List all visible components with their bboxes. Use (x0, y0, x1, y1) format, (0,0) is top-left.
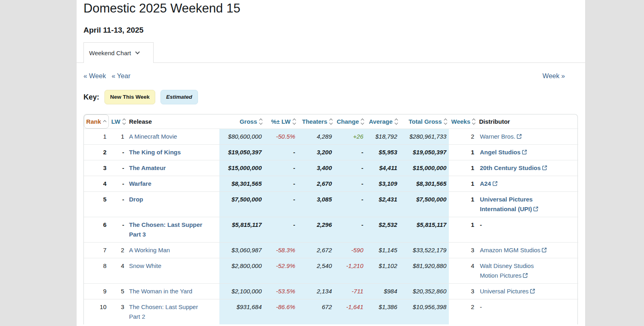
sort-icon (260, 119, 262, 124)
cell-theaters: 3,085 (298, 192, 334, 217)
cell-release: The Chosen: Last Supper Part 3 (127, 217, 219, 243)
cell-rank: 8 (84, 258, 109, 284)
cell-change: +26 (334, 129, 366, 145)
next-week-link[interactable]: Week » (542, 71, 565, 81)
cell-lw: - (109, 192, 127, 217)
cell-pct-lw: - (264, 145, 298, 160)
release-link[interactable]: A Minecraft Movie (129, 132, 177, 141)
release-link[interactable]: Warfare (129, 179, 151, 189)
cell-weeks: 1 (449, 145, 477, 160)
release-link[interactable]: Snow White (129, 261, 161, 271)
sort-header-theaters[interactable]: Theaters (302, 118, 332, 125)
cell-theaters: 3,400 (298, 160, 334, 176)
cell-release: Warfare (127, 176, 219, 192)
column-header-distributor: Distributor (479, 118, 510, 125)
prev-week-link[interactable]: « Week (83, 71, 106, 81)
chart-type-label: Weekend Chart (89, 50, 131, 56)
release-link[interactable]: A Working Man (129, 245, 170, 255)
external-link-icon (530, 289, 535, 294)
cell-average: $2,532 (366, 217, 400, 243)
distributor-link[interactable]: Universal Pictures (480, 288, 535, 295)
sort-header-rank[interactable]: Rank (84, 114, 109, 129)
cell-total-gross: $19,050,397 (400, 145, 449, 160)
distributor-link[interactable]: Universal Pictures International (UPI) (480, 196, 538, 212)
cell-release: Drop (127, 192, 219, 217)
release-link[interactable]: The Amateur (129, 163, 166, 173)
cell-theaters: 2,672 (298, 243, 334, 258)
cell-weeks: 1 (449, 192, 477, 217)
table-row: 9 5 The Woman in the Yard $2,100,000 -53… (84, 284, 578, 299)
cell-rank: 2 (84, 145, 109, 160)
sort-header-weeks[interactable]: Weeks (451, 118, 475, 125)
release-link[interactable]: Drop (129, 195, 143, 204)
cell-rank: 7 (84, 243, 109, 258)
cell-pct-lw: - (264, 176, 298, 192)
cell-weeks: 2 (449, 299, 477, 325)
cell-gross: $19,050,397 (219, 145, 264, 160)
sort-header-gross[interactable]: Gross (240, 118, 262, 125)
sort-header-lw[interactable]: LW (111, 118, 125, 125)
cell-rank: 9 (84, 284, 109, 299)
distributor-link[interactable]: Amazon MGM Studios (480, 247, 547, 253)
cell-lw: 1 (109, 129, 127, 145)
prev-year-link[interactable]: « Year (112, 71, 131, 81)
cell-lw: - (109, 160, 127, 176)
sort-header-pct-lw[interactable]: %± LW (271, 118, 295, 125)
release-link[interactable]: The Chosen: Last Supper Part 3 (129, 220, 210, 239)
cell-average: $5,953 (366, 145, 400, 160)
cell-change: -590 (334, 243, 366, 258)
cell-rank: 5 (84, 192, 109, 217)
cell-pct-lw: -50.5% (264, 129, 298, 145)
cell-weeks: 1 (449, 217, 477, 243)
cell-total-gross: $20,352,860 (400, 284, 449, 299)
distributor-none: - (480, 303, 482, 310)
sort-icon (330, 119, 332, 124)
external-link-icon (533, 206, 538, 212)
table-row: 10 3 The Chosen: Last Supper Part 2 $931… (84, 299, 578, 325)
distributor-link[interactable]: 20th Century Studios (480, 164, 547, 171)
weekend-nav: « Week « Year Week » (77, 71, 585, 81)
cell-theaters: 2,134 (298, 284, 334, 299)
cell-average: $3,109 (366, 176, 400, 192)
cell-weeks: 4 (449, 258, 477, 284)
cell-distributor: 20th Century Studios (477, 160, 578, 176)
sort-icon (395, 119, 398, 124)
cell-gross: $15,000,000 (219, 160, 264, 176)
date-range: April 11-13, 2025 (83, 25, 585, 35)
sort-header-change[interactable]: Change (337, 118, 364, 125)
cell-distributor: Universal Pictures International (UPI) (477, 192, 578, 217)
cell-change: - (334, 192, 366, 217)
cell-pct-lw: -58.3% (264, 243, 298, 258)
chart-type-dropdown[interactable]: Weekend Chart (83, 42, 154, 63)
cell-pct-lw: -53.5% (264, 284, 298, 299)
distributor-link[interactable]: A24 (480, 180, 498, 187)
cell-gross: $2,800,000 (219, 258, 264, 284)
release-link[interactable]: The Chosen: Last Supper Part 2 (129, 302, 210, 322)
distributor-link[interactable]: Angel Studios (480, 149, 527, 156)
cell-lw: 3 (109, 299, 127, 325)
release-link[interactable]: The Woman in the Yard (129, 287, 192, 296)
sort-icon (361, 119, 364, 124)
cell-release: The King of Kings (127, 145, 219, 160)
sort-header-total-gross[interactable]: Total Gross (408, 118, 446, 125)
cell-change: - (334, 145, 366, 160)
table-row: 8 4 Snow White $2,800,000 -52.9% 2,540 -… (84, 258, 578, 284)
cell-theaters: 2,670 (298, 176, 334, 192)
distributor-link[interactable]: Walt Disney Studios Motion Pictures (480, 262, 534, 279)
sort-header-average[interactable]: Average (369, 118, 397, 125)
external-link-icon (523, 273, 528, 278)
release-link[interactable]: The King of Kings (129, 147, 181, 157)
page-title: Domestic 2025 Weekend 15 (83, 0, 585, 17)
chart-selector-bar: Weekend Chart (77, 42, 585, 63)
sort-icon (473, 119, 475, 124)
cell-rank: 1 (84, 129, 109, 145)
cell-lw: 5 (109, 284, 127, 299)
cell-weeks: 1 (449, 160, 477, 176)
table-row: 6 - The Chosen: Last Supper Part 3 $5,81… (84, 217, 578, 243)
cell-theaters: 4,289 (298, 129, 334, 145)
distributor-link[interactable]: Warner Bros. (480, 133, 522, 140)
cell-release: The Chosen: Last Supper Part 2 (127, 299, 219, 325)
key-new-this-week: New This Week (104, 90, 155, 104)
external-link-icon (542, 165, 547, 170)
cell-distributor: Walt Disney Studios Motion Pictures (477, 258, 578, 284)
